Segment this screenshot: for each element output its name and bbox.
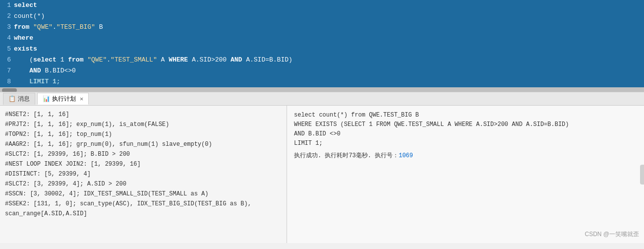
- code-line-6: 6 (select 1 from "QWE"."TEST_SMALL" A WH…: [0, 55, 644, 65]
- scrollbar-thumb[interactable]: [2, 88, 17, 92]
- success-message: 执行成功. 执行耗时73毫秒. 执行号：1069: [294, 151, 637, 161]
- plan-line-3: #TOPN2: [1, 1, 16]; top_num(1): [5, 129, 282, 139]
- code-line-5: 5 exists: [0, 44, 644, 55]
- execution-id-link[interactable]: 1069: [399, 152, 413, 159]
- right-result-panel: select count(*) from QWE.TEST_BIG B WHER…: [287, 106, 644, 243]
- plan-line-9: #SSCN: [3, 30002, 4]; IDX_TEST_SMALL_SID…: [5, 189, 282, 199]
- code-line-4: 4 where: [0, 33, 644, 44]
- left-execution-plan: #NSET2: [1, 1, 16] #PRJT2: [1, 1, 16]; e…: [0, 106, 287, 243]
- code-line-1: 1 select: [0, 0, 644, 11]
- plan-line-6: #NEST LOOP INDEX JOIN2: [1, 29399, 16]: [5, 159, 282, 169]
- plan-line-4: #AAGR2: [1, 1, 16]; grp_num(0), sfun_num…: [5, 139, 282, 149]
- success-text: 执行成功. 执行耗时73毫秒. 执行号：: [294, 152, 399, 159]
- tab-execution-plan-label: 执行计划: [52, 95, 76, 103]
- code-line-3: 3 from "QWE"."TEST_BIG" B: [0, 22, 644, 33]
- tab-bar: 📋 消息 📊 执行计划 ✕: [0, 92, 644, 106]
- plan-line-10: #SSEK2: [131, 1, 0]; scan_type(ASC), IDX…: [5, 199, 282, 219]
- bottom-panel: #NSET2: [1, 1, 16] #PRJT2: [1, 1, 16]; e…: [0, 106, 644, 243]
- result-sql: select count(*) from QWE.TEST_BIG B WHER…: [294, 111, 637, 148]
- watermark: CSDN @一笑嘴就歪: [585, 230, 639, 239]
- horizontal-scrollbar[interactable]: [0, 87, 644, 92]
- sql-editor[interactable]: 1 select 2 count(*) 3 from "QWE"."TEST_B…: [0, 0, 644, 92]
- code-line-8: 8 LIMIT 1;: [0, 76, 644, 87]
- plan-icon: 📊: [43, 95, 50, 103]
- panel-resize-handle[interactable]: [640, 165, 644, 185]
- close-icon[interactable]: ✕: [80, 95, 83, 103]
- plan-line-1: #NSET2: [1, 1, 16]: [5, 110, 282, 120]
- plan-line-2: #PRJT2: [1, 1, 16]; exp_num(1), is_atom(…: [5, 120, 282, 129]
- tab-messages[interactable]: 📋 消息: [3, 93, 35, 105]
- plan-line-8: #SLCT2: [3, 29399, 4]; A.SID > 200: [5, 179, 282, 189]
- code-line-2: 2 count(*): [0, 11, 644, 22]
- code-line-7: 7 AND B.BID<>0: [0, 65, 644, 76]
- plan-line-5: #SLCT2: [1, 29399, 16]; B.BID > 200: [5, 149, 282, 159]
- message-icon: 📋: [8, 95, 16, 103]
- tab-messages-label: 消息: [18, 95, 30, 103]
- tab-execution-plan[interactable]: 📊 执行计划 ✕: [37, 93, 89, 105]
- plan-line-7: #DISTINCT: [5, 29399, 4]: [5, 169, 282, 179]
